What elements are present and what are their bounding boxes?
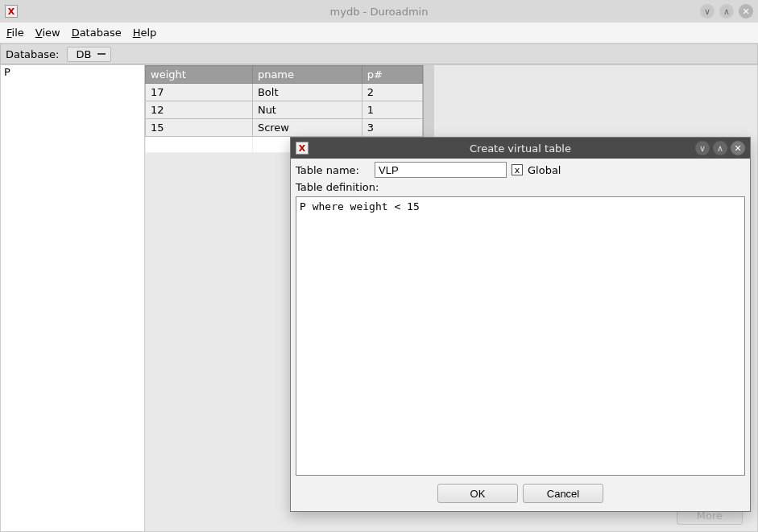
cell[interactable]: 17 (146, 84, 253, 101)
cell[interactable]: 3 (362, 119, 422, 137)
dialog-titlebar[interactable]: X Create virtual table ∨ ∧ ✕ (291, 138, 750, 159)
cell[interactable]: 15 (146, 119, 253, 137)
app-icon: X (5, 5, 18, 18)
table-name-label: Table name: (296, 164, 370, 176)
minimize-button[interactable]: ∨ (700, 4, 715, 19)
table-row[interactable]: 17 Bolt 2 (146, 84, 423, 101)
dialog-title: Create virtual table (470, 142, 571, 155)
table-name-input[interactable] (375, 162, 507, 178)
col-header-pnum[interactable]: p# (362, 66, 422, 84)
window-title: mydb - Duroadmin (330, 6, 429, 18)
dialog-app-icon: X (296, 142, 309, 155)
table-row[interactable]: 15 Screw 3 (146, 119, 423, 137)
cell[interactable]: Screw (252, 119, 362, 137)
table-definition-label: Table definition: (296, 181, 379, 193)
dialog-minimize-button[interactable]: ∨ (695, 141, 710, 155)
global-checkbox[interactable]: x (512, 164, 523, 175)
cancel-button[interactable]: Cancel (523, 484, 603, 503)
dialog-maximize-button[interactable]: ∧ (713, 141, 727, 155)
maximize-button[interactable]: ∧ (719, 4, 734, 19)
close-button[interactable]: ✕ (739, 4, 753, 19)
dialog-body: Table name: x Global Table definition: O… (291, 159, 750, 511)
menubar: File View Database Help (0, 23, 758, 43)
cell[interactable]: 2 (362, 84, 422, 101)
col-header-pname[interactable]: pname (252, 66, 362, 84)
sidebar[interactable]: P (0, 64, 145, 532)
table-row[interactable]: 12 Nut 1 (146, 101, 423, 119)
main-titlebar: X mydb - Duroadmin ∨ ∧ ✕ (0, 0, 758, 23)
toolbar: Database: DB (0, 43, 758, 64)
menu-file[interactable]: File (6, 27, 24, 39)
dialog-close-button[interactable]: ✕ (731, 141, 745, 155)
create-virtual-table-dialog: X Create virtual table ∨ ∧ ✕ Table name:… (290, 137, 751, 512)
database-selector[interactable]: DB (67, 47, 111, 62)
global-label: Global (528, 164, 561, 176)
col-header-weight[interactable]: weight (146, 66, 253, 84)
cell[interactable]: 12 (146, 101, 253, 119)
menu-view[interactable]: View (35, 27, 60, 39)
table-definition-textarea[interactable] (296, 196, 745, 476)
cell[interactable]: Bolt (252, 84, 362, 101)
cell[interactable]: 1 (362, 101, 422, 119)
ok-button[interactable]: OK (437, 484, 518, 503)
menu-database[interactable]: Database (72, 27, 122, 39)
cell[interactable]: Nut (252, 101, 362, 119)
database-label: Database: (6, 48, 59, 60)
menu-help[interactable]: Help (133, 27, 157, 39)
sidebar-item[interactable]: P (1, 65, 144, 79)
